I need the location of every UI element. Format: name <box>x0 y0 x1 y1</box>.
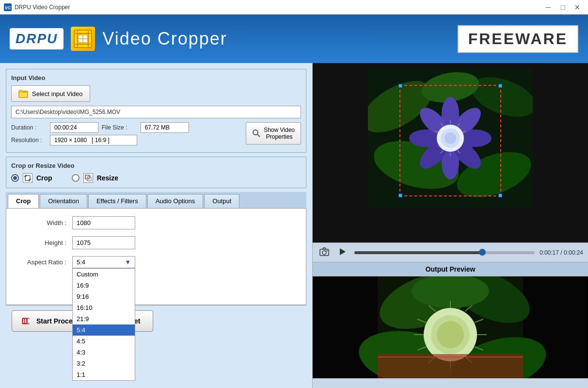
option-5-4[interactable]: 5:4 <box>73 324 135 336</box>
height-input[interactable] <box>72 236 135 249</box>
crop-icon-box <box>23 173 32 183</box>
option-16-9[interactable]: 16:9 <box>73 280 135 291</box>
crop-radio-option[interactable]: Crop <box>11 173 52 183</box>
option-4-3[interactable]: 4:3 <box>73 347 135 358</box>
input-video-section: Input Video Select input Video Duration … <box>6 69 306 153</box>
tab-output[interactable]: Output <box>204 194 239 208</box>
left-panel: Input Video Select input Video Duration … <box>0 63 313 388</box>
aspect-ratio-selected-value: 5:4 <box>77 259 125 266</box>
video-info: Duration : 00:00:24 File Size : 67.72 MB… <box>11 122 301 147</box>
tab-content-crop: Width : Height : Aspect Ratio : 5:4 ▼ <box>6 208 306 305</box>
right-panel: 0:00:17 / 0:00:24 Output Preview <box>313 63 588 388</box>
app-name: Video Cropper <box>102 29 227 49</box>
filesize-label: File Size : <box>102 124 141 131</box>
start-icon <box>22 316 32 326</box>
svg-marker-56 <box>340 248 346 255</box>
drpu-logo: DRPU <box>10 28 64 49</box>
height-row: Height : <box>14 236 298 249</box>
resize-radio-circle <box>72 174 79 182</box>
show-props-label: Show Video Properties <box>264 127 295 140</box>
app-title: DRPU Video Cropper <box>15 4 541 11</box>
crop-resize-radio-group: Crop Resize <box>11 173 301 183</box>
tab-crop[interactable]: Crop <box>8 194 39 208</box>
resize-radio-option[interactable]: Resize <box>72 173 118 183</box>
duration-label: Duration : <box>11 124 50 131</box>
close-button[interactable]: ✕ <box>571 2 584 13</box>
crop-radio-circle <box>11 174 19 182</box>
magnifier-icon <box>252 129 261 138</box>
tab-effects[interactable]: Effects / Filters <box>88 194 146 208</box>
svg-text:VC: VC <box>5 5 11 10</box>
video-preview-area <box>313 63 588 242</box>
window-controls: ─ □ ✕ <box>541 2 584 13</box>
progress-thumb <box>479 249 486 256</box>
svg-line-13 <box>257 134 260 137</box>
option-21-9[interactable]: 21:9 <box>73 313 135 324</box>
svg-point-68 <box>437 321 464 348</box>
output-preview-title: Output Preview <box>313 262 588 276</box>
progress-bar[interactable] <box>354 251 535 254</box>
main-content: Input Video Select input Video Duration … <box>0 63 588 388</box>
tabs-bar: Crop Orientation Effects / Filters Audio… <box>6 192 306 208</box>
app-header: DRPU Video Cropper FREEWARE <box>0 15 588 63</box>
resolution-value: 1920 × 1080 [ 16:9 ] <box>50 135 137 146</box>
svg-rect-25 <box>25 319 26 323</box>
crop-resize-section: Crop or Resize Video Crop <box>6 157 306 188</box>
width-input[interactable] <box>72 216 135 229</box>
crop-resize-title: Crop or Resize Video <box>11 162 301 169</box>
output-preview-section: Output Preview <box>313 262 588 388</box>
svg-rect-81 <box>378 354 523 378</box>
progress-fill <box>354 251 482 254</box>
select-video-label: Select input Video <box>32 90 83 97</box>
svg-rect-55 <box>326 250 328 251</box>
dropdown-arrow-icon: ▼ <box>125 259 131 266</box>
svg-rect-24 <box>23 319 24 323</box>
resolution-label: Resolution : <box>11 137 50 144</box>
duration-value: 00:00:24 <box>50 122 98 133</box>
option-4-5[interactable]: 4:5 <box>73 336 135 347</box>
maximize-button[interactable]: □ <box>556 2 570 13</box>
width-label: Width : <box>14 219 72 226</box>
bottom-action-bar: Start Process Reset <box>6 305 306 337</box>
video-controls: 0:00:17 / 0:00:24 <box>313 242 588 262</box>
svg-point-44 <box>445 132 456 144</box>
svg-point-12 <box>253 130 258 135</box>
duration-row: Duration : 00:00:24 File Size : 67.72 MB <box>11 122 241 133</box>
resize-label: Resize <box>97 174 118 182</box>
show-properties-button[interactable]: Show Video Properties <box>246 122 301 145</box>
time-display: 0:00:17 / 0:00:24 <box>540 249 583 256</box>
app-icon-header <box>71 27 95 51</box>
svg-rect-11 <box>19 92 28 97</box>
titlebar: VC DRPU Video Cropper ─ □ ✕ <box>0 0 588 15</box>
tabs-container: Crop Orientation Effects / Filters Audio… <box>6 192 306 305</box>
camera-icon <box>319 247 329 256</box>
aspect-ratio-label: Aspect Ratio : <box>14 259 72 266</box>
svg-point-54 <box>322 251 326 255</box>
aspect-ratio-dropdown-list: Custom 16:9 9:16 16:10 21:9 5:4 4:5 4:3 … <box>72 268 135 381</box>
play-button[interactable] <box>336 245 350 259</box>
svg-marker-23 <box>28 318 32 324</box>
tab-orientation[interactable]: Orientation <box>40 194 87 208</box>
aspect-ratio-row: Aspect Ratio : 5:4 ▼ Custom 16:9 9:16 16… <box>14 256 298 268</box>
option-1-1[interactable]: 1:1 <box>73 369 135 380</box>
option-3-2[interactable]: 3:2 <box>73 358 135 369</box>
app-icon: VC <box>4 3 12 11</box>
resolution-row: Resolution : 1920 × 1080 [ 16:9 ] <box>11 135 241 146</box>
aspect-ratio-dropdown-trigger[interactable]: 5:4 ▼ <box>72 256 135 268</box>
option-9-16[interactable]: 9:16 <box>73 291 135 302</box>
option-custom[interactable]: Custom <box>73 269 135 280</box>
crop-label: Crop <box>36 174 52 182</box>
screenshot-button[interactable] <box>318 245 331 259</box>
tab-audio[interactable]: Audio Options <box>147 194 204 208</box>
filesize-value: 67.72 MB <box>141 122 189 133</box>
resize-icon-box <box>83 173 93 183</box>
aspect-ratio-wrapper: 5:4 ▼ Custom 16:9 9:16 16:10 21:9 5:4 4:… <box>72 256 135 268</box>
option-16-10[interactable]: 16:10 <box>73 302 135 313</box>
output-preview-content <box>313 276 588 378</box>
select-video-button[interactable]: Select input Video <box>11 85 90 102</box>
file-path-input[interactable] <box>11 106 301 118</box>
minimize-button[interactable]: ─ <box>541 2 555 13</box>
width-row: Width : <box>14 216 298 229</box>
height-label: Height : <box>14 239 72 246</box>
input-video-title: Input Video <box>11 74 301 81</box>
